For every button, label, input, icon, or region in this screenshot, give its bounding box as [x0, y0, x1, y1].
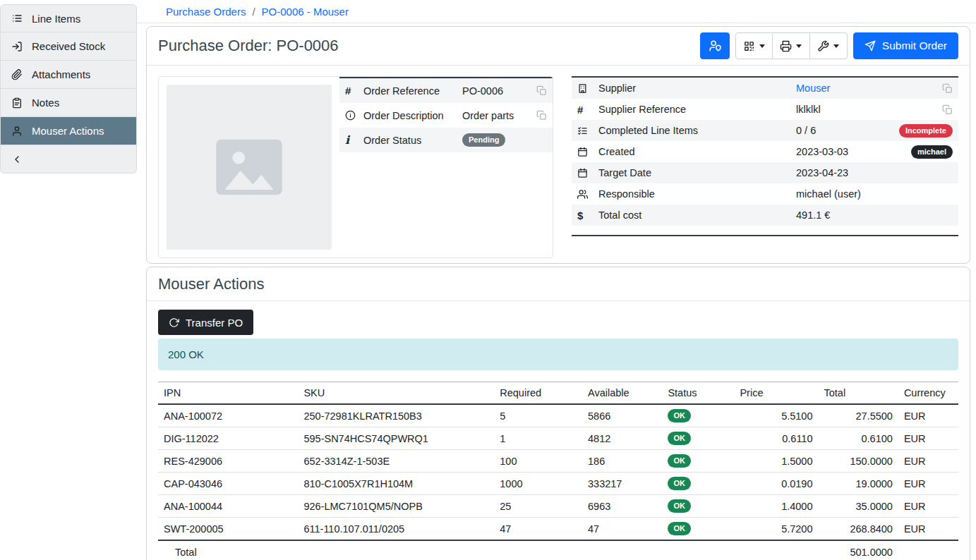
cell-total: 27.5500: [819, 404, 898, 427]
ok-badge: OK: [668, 477, 691, 490]
chevron-down-icon: [796, 44, 802, 48]
ok-badge: OK: [668, 409, 691, 422]
copy-icon[interactable]: [536, 110, 547, 121]
picture-icon: [207, 126, 291, 209]
cell-currency: EUR: [898, 450, 958, 473]
order-actions-button[interactable]: [810, 32, 848, 59]
table-row: CAP-043046810-C1005X7R1H104M1000333217OK…: [158, 473, 958, 495]
cell-status: OK: [662, 495, 734, 518]
cell-ipn: DIG-112022: [158, 427, 298, 450]
breadcrumb-link-purchase-orders[interactable]: Purchase Orders: [166, 6, 246, 18]
breadcrumb-separator: /: [252, 6, 255, 18]
cell-currency: EUR: [898, 404, 958, 427]
submit-order-button[interactable]: Submit Order: [853, 32, 958, 59]
sidebar-item-line-items[interactable]: Line Items: [0, 4, 137, 32]
list-icon: [11, 13, 23, 24]
calendar-icon: [577, 147, 598, 157]
info-circle-icon: [345, 110, 363, 121]
sidebar-item-label: Mouser Actions: [32, 125, 104, 137]
cell-price: 5.7200: [734, 518, 818, 541]
copy-icon[interactable]: [942, 104, 953, 115]
detail-label: Supplier: [598, 83, 796, 94]
purchase-order-header: Purchase Order: PO-0006: [147, 27, 970, 66]
cell-available: 5866: [582, 404, 662, 427]
cell-sku: 250-72981KLRATR150B3: [298, 404, 494, 427]
breadcrumb: Purchase Orders / PO-0006 - Mouser: [137, 0, 976, 23]
cell-sku: 652-3314Z-1-503E: [298, 450, 494, 473]
cell-ipn: SWT-200005: [158, 518, 298, 541]
list-check-icon: [577, 126, 598, 136]
dollar-icon: $: [577, 210, 598, 221]
table-row: RES-429006652-3314Z-1-503E100186OK1.5000…: [158, 450, 958, 473]
detail-row-supplier-reference: #Supplier Referencelklklkl: [572, 99, 958, 120]
supplier-details-table: SupplierMouser#Supplier Referencelklklkl…: [572, 76, 958, 236]
order-action-button-group: [735, 32, 848, 59]
grand-total-value: 501.0000: [819, 540, 898, 560]
cell-ipn: ANA-100072: [158, 404, 298, 427]
cell-status: OK: [662, 518, 734, 541]
supplier-link[interactable]: Mouser: [796, 83, 830, 94]
chevron-down-icon: [759, 44, 765, 48]
cell-price: 5.5100: [734, 404, 818, 427]
copy-icon[interactable]: [536, 85, 547, 96]
col-header-status: Status: [662, 382, 734, 405]
cell-total: 0.6100: [819, 427, 898, 450]
col-header-ipn: IPN: [158, 382, 298, 405]
sidebar-item-mouser-actions[interactable]: Mouser Actions: [0, 117, 137, 145]
ok-badge: OK: [668, 522, 691, 535]
order-details-body: #Order ReferencePO-0006Order Description…: [147, 66, 970, 269]
mouser-actions-body: Transfer PO 200 OK IPNSKURequiredAvailab…: [147, 301, 970, 560]
order-lines-table: IPNSKURequiredAvailableStatusPriceTotalC…: [158, 382, 958, 560]
copy-icon[interactable]: [942, 83, 953, 94]
sidebar-item-received-stock[interactable]: Received Stock: [0, 32, 137, 61]
table-row: SWT-200005611-110.107.011/02054747OK5.72…: [158, 518, 958, 541]
detail-value: 2023-04-23: [796, 167, 953, 178]
cell-required: 47: [494, 518, 582, 541]
table-row: DIG-112022595-SN74HCS74QPWRQ114812OK0.61…: [158, 427, 958, 450]
order-summary-card: #Order ReferencePO-0006Order Description…: [158, 76, 553, 258]
cell-price: 0.6110: [734, 427, 818, 450]
cell-available: 6963: [582, 495, 662, 518]
mouser-actions-panel: Mouser Actions Transfer PO 200 OK IPNSKU…: [146, 267, 970, 560]
user-shield-icon: [709, 39, 721, 52]
cell-available: 186: [582, 450, 662, 473]
col-header-price: Price: [734, 382, 818, 405]
cell-price: 0.0190: [734, 473, 818, 495]
sidebar-item-attachments[interactable]: Attachments: [0, 61, 137, 89]
status-alert-text: 200 OK: [168, 348, 204, 360]
cell-sku: 611-110.107.011/0205: [298, 518, 494, 541]
breadcrumb-link-current-order[interactable]: PO-0006 - Mouser: [262, 6, 349, 18]
sidebar-collapse-button[interactable]: [0, 145, 137, 174]
detail-label: Target Date: [598, 167, 796, 178]
pending-badge: Pending: [462, 133, 505, 147]
detail-value: 491.1 €: [796, 209, 953, 221]
total-label: Total: [158, 540, 298, 560]
incomplete-badge: Incomplete: [899, 124, 953, 138]
cell-ipn: ANA-100044: [158, 495, 298, 518]
barcode-actions-button[interactable]: [735, 32, 773, 59]
cell-price: 1.5000: [734, 450, 818, 473]
user-permissions-button[interactable]: [700, 32, 730, 59]
sidebar-item-label: Attachments: [32, 68, 90, 80]
mouser-actions-header: Mouser Actions: [147, 267, 970, 301]
detail-row-supplier: SupplierMouser: [572, 78, 958, 99]
ok-badge: OK: [668, 499, 691, 513]
print-actions-button[interactable]: [773, 32, 810, 59]
transfer-po-button[interactable]: Transfer PO: [158, 310, 253, 335]
app-root: Line ItemsReceived StockAttachmentsNotes…: [0, 0, 976, 560]
michael-badge: michael: [911, 145, 953, 159]
cell-required: 1: [494, 427, 582, 450]
calendar-icon: [577, 168, 598, 178]
detail-row-extras: michael: [911, 145, 953, 159]
cell-status: OK: [662, 427, 734, 450]
cell-available: 4812: [582, 427, 662, 450]
notes-icon: [11, 97, 23, 109]
cell-total: 268.8400: [819, 518, 898, 541]
sidebar-item-notes[interactable]: Notes: [0, 89, 137, 117]
cell-sku: 595-SN74HCS74QPWRQ1: [298, 427, 494, 450]
image-placeholder: [167, 85, 332, 250]
ok-badge: OK: [668, 454, 691, 468]
cell-required: 25: [494, 495, 582, 518]
detail-row-created: Created2023-03-03michael: [572, 141, 958, 162]
cell-required: 1000: [494, 473, 582, 495]
